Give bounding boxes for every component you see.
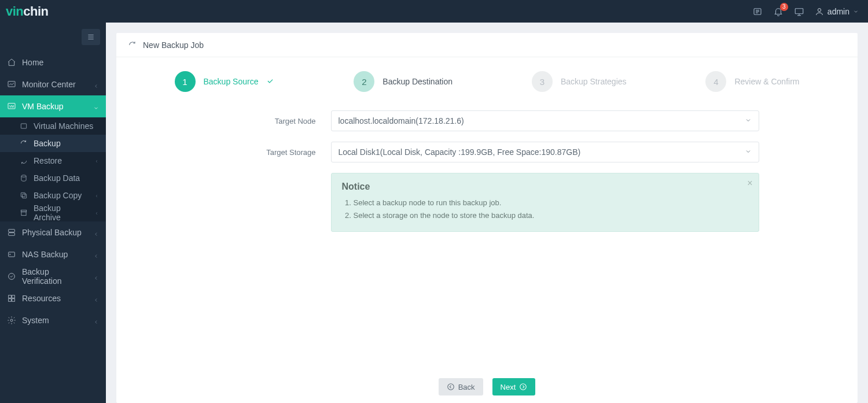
step-1[interactable]: 1 Backup Source [175,71,275,92]
sidebar-item-nas-backup[interactable]: NAS Backup [0,243,106,265]
step-4[interactable]: 4 Review & Confirm [705,71,799,92]
refresh-icon [128,40,137,50]
step-label: Backup Destination [382,77,453,86]
notification-badge: 3 [780,3,788,11]
subitem-label: Virtual Machines [34,121,93,131]
svg-rect-14 [21,124,26,128]
gear-icon [7,316,16,325]
sidebar-item-label: System [22,316,87,325]
close-icon[interactable]: × [747,178,752,188]
resources-icon [7,294,16,303]
hamburger-button[interactable] [82,29,100,45]
subitem-backup-copy[interactable]: Backup Copy [0,187,106,204]
sidebar-item-system[interactable]: System [0,309,106,331]
subitem-backup-archive[interactable]: Backup Archive [0,204,106,221]
top-bar: vinchin 3 admin [0,0,868,23]
arrow-right-icon [519,383,527,391]
subitem-backup-data[interactable]: Backup Data [0,169,106,187]
svg-rect-28 [12,299,15,302]
subitem-label: Backup [34,139,61,148]
step-number: 3 [532,71,553,92]
subitem-restore[interactable]: Restore [0,152,106,169]
svg-rect-27 [9,299,12,302]
step-number: 4 [705,71,726,92]
svg-rect-21 [9,233,15,236]
svg-rect-11 [8,82,15,87]
select-value: localhost.localdomain(172.18.21.6) [339,116,464,125]
sidebar-item-label: Resources [22,294,87,303]
sidebar-item-label: Backup Verification [22,267,87,286]
wizard-steps: 1 Backup Source 2 Backup Destination 3 B… [140,71,834,92]
svg-point-24 [9,273,15,280]
server-icon [7,228,16,237]
select-target-node[interactable]: localhost.localdomain(172.18.21.6) [331,110,759,131]
chevron-down-icon [93,103,99,109]
button-label: Next [501,383,516,391]
monitor-icon[interactable] [794,6,804,17]
brand-logo: vinchin [6,4,49,19]
subitem-label: Restore [34,156,62,165]
subitem-backup[interactable]: Backup [0,135,106,152]
step-label: Backup Strategies [561,77,627,86]
notice-line: Select a backup node to run this backup … [354,197,748,209]
sidebar-item-backup-verification[interactable]: Backup Verification [0,265,106,287]
sidebar-item-physical-backup[interactable]: Physical Backup [0,221,106,243]
chevron-down-icon [745,116,752,125]
chevron-left-icon [94,208,99,217]
check-icon [266,77,274,87]
select-value: Local Disk1(Local Disk, Capacity :199.9G… [339,147,581,157]
select-target-storage[interactable]: Local Disk1(Local Disk, Capacity :199.9G… [331,142,759,162]
svg-rect-16 [23,194,27,198]
svg-rect-26 [12,295,15,298]
subitem-virtual-machines[interactable]: Virtual Machines [0,117,106,135]
step-2[interactable]: 2 Backup Destination [354,71,453,92]
bell-icon[interactable]: 3 [773,6,784,17]
home-icon [7,58,16,67]
sidebar-item-home[interactable]: Home [0,51,106,73]
log-icon[interactable] [752,6,763,17]
vm-icon: VM [7,102,16,111]
page-title: New Backup Job [143,40,204,50]
copy-icon [20,191,28,199]
step-3[interactable]: 3 Backup Strategies [532,71,627,92]
chevron-left-icon [93,273,99,279]
panel-header: New Backup Job [116,33,858,57]
topbar-right: 3 admin [752,6,859,17]
svg-point-31 [520,384,527,390]
svg-point-29 [10,319,13,321]
next-button[interactable]: Next [492,378,536,395]
vm-list-icon [20,122,28,130]
chevron-left-icon [93,252,99,257]
sidebar-item-vm-backup[interactable]: VM VM Backup [0,95,106,117]
svg-rect-25 [9,295,12,298]
svg-point-23 [10,254,10,254]
sidebar-item-monitor-center[interactable]: Monitor Center [0,73,106,95]
chevron-left-icon [94,191,99,200]
brand-accent: vin [6,4,23,19]
svg-text:VM: VM [9,105,14,108]
step-number: 2 [354,71,374,92]
chevron-down-icon [853,9,859,14]
button-label: Back [458,383,475,391]
vm-backup-submenu: Virtual Machines Backup Restore Backup D… [0,117,106,221]
sidebar-item-resources[interactable]: Resources [0,287,106,309]
user-menu[interactable]: admin [815,7,859,16]
sidebar-item-label: NAS Backup [22,250,87,259]
sidebar-item-label: Monitor Center [22,80,87,89]
notice-box: × Notice Select a backup node to run thi… [331,173,759,232]
chevron-left-icon [94,156,99,165]
brand-rest: chin [23,4,48,19]
subitem-label: Backup Copy [34,191,82,200]
subitem-label: Backup Archive [34,204,89,222]
svg-point-7 [818,8,821,11]
svg-rect-20 [9,230,15,232]
subitem-label: Backup Data [34,173,80,183]
chevron-left-icon [93,82,99,87]
panel-body: 1 Backup Source 2 Backup Destination 3 B… [116,57,858,371]
label-target-node: Target Node [215,117,331,125]
sidebar-item-label: Physical Backup [22,228,87,237]
svg-rect-18 [21,210,26,212]
chevron-left-icon [93,317,99,323]
back-button[interactable]: Back [439,378,483,395]
label-target-storage: Target Storage [215,148,331,157]
